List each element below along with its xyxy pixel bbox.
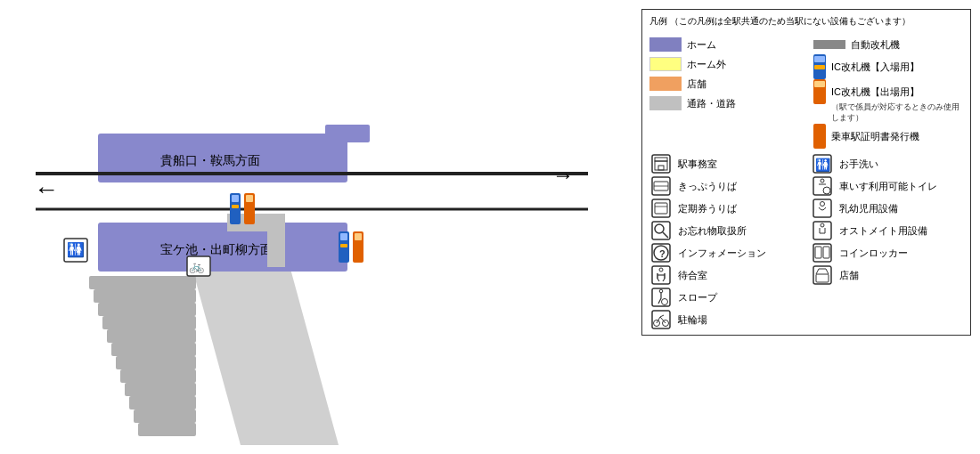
svg-rect-3 xyxy=(98,303,196,316)
legend-item-auto-gate: 自動改札機 xyxy=(813,35,963,54)
legend-facility-shop: 店舗 xyxy=(811,265,963,285)
svg-text:🚲: 🚲 xyxy=(189,259,205,274)
station-office-icon xyxy=(649,154,673,174)
legend-item-home: ホーム xyxy=(649,35,799,54)
svg-point-45 xyxy=(821,179,824,182)
home-label: ホーム xyxy=(687,38,716,52)
svg-rect-8 xyxy=(120,369,196,383)
home-outside-label: ホーム外 xyxy=(687,58,726,71)
svg-rect-27 xyxy=(340,233,347,240)
svg-rect-62 xyxy=(823,247,829,258)
ic-entry-icon xyxy=(813,54,826,79)
svg-rect-22 xyxy=(232,195,239,202)
direction-north-label: 貴船口・鞍馬方面 xyxy=(160,153,260,167)
svg-rect-11 xyxy=(134,409,196,423)
info-label: インフォメーション xyxy=(678,247,766,260)
svg-rect-30 xyxy=(355,233,362,240)
slope-icon xyxy=(649,288,673,307)
home-outside-color-swatch xyxy=(649,57,682,71)
direction-south-label: 宝ケ池・出町柳方面 xyxy=(160,242,273,256)
legend-facility-info: ? インフォメーション xyxy=(649,243,802,263)
svg-point-46 xyxy=(823,187,830,194)
ostomate-icon xyxy=(811,221,834,240)
accessible-toilet-icon xyxy=(811,176,834,196)
station-map-svg: ← → 貴船口・鞍馬方面 宝ケ池・出町柳方面 🚻 🚲 xyxy=(9,9,597,445)
legend-facility-ticket: きっぷうりば xyxy=(649,176,802,196)
ic-entry-label: IC改札機【入場用】 xyxy=(831,61,919,74)
svg-rect-48 xyxy=(655,203,667,214)
legend-item-ic-exit-wrapper: IC改札機【出場用】 （駅で係員が対応するときのみ使用します） xyxy=(813,79,963,124)
svg-rect-44 xyxy=(813,177,831,195)
commuter-label: 定期券うりば xyxy=(678,202,737,215)
svg-rect-9 xyxy=(125,383,196,396)
ic-exit-label: IC改札機【出場用】 xyxy=(831,85,919,99)
ostomate-label: オストメイト用設備 xyxy=(839,224,927,238)
legend-facility-baby: 乳幼児用設備 xyxy=(811,199,963,218)
legend-facility-locker: コインロッカー xyxy=(811,243,963,263)
legend-facility-accessible-toilet: 車いす利用可能トイレ xyxy=(811,176,963,196)
legend-item-ticket-machine: 乗車駅証明書発行機 xyxy=(813,124,963,149)
legend-panel: 凡例 （この凡例は全駅共通のため当駅にない設備もございます） ホーム ホーム外 … xyxy=(641,9,971,336)
legend-item-ic-entry: IC改札機【入場用】 xyxy=(813,54,963,79)
svg-rect-55 xyxy=(813,222,831,239)
legend-facility-lost: お忘れ物取扱所 xyxy=(649,221,802,240)
svg-point-71 xyxy=(662,299,668,305)
bicycle-label: 駐輪場 xyxy=(678,313,707,327)
road-color-swatch xyxy=(649,96,682,110)
shop-icon xyxy=(811,265,834,285)
baby-icon xyxy=(811,199,834,218)
ticket-machine-label: 乗車駅証明書発行機 xyxy=(831,130,919,143)
auto-gate-label: 自動改札機 xyxy=(851,38,900,52)
svg-text:🚻: 🚻 xyxy=(67,241,85,258)
shop-label: 店舗 xyxy=(839,269,859,282)
road-label: 通路・道路 xyxy=(687,97,736,110)
commuter-icon xyxy=(649,199,673,218)
ticket-machine-icon xyxy=(813,124,826,149)
legend-facility-station-office: 駅事務室 xyxy=(649,154,802,174)
svg-rect-6 xyxy=(111,343,196,356)
accessible-toilet-label: 車いす利用可能トイレ xyxy=(839,180,937,193)
svg-text:🚻: 🚻 xyxy=(815,158,831,173)
ticket-label: きっぷうりば xyxy=(678,180,737,193)
svg-rect-12 xyxy=(138,423,196,436)
svg-line-54 xyxy=(663,232,668,238)
shop-color-swatch xyxy=(649,77,682,91)
waiting-icon xyxy=(649,265,673,285)
legend-item-ic-exit: IC改札機【出場用】 xyxy=(813,79,963,104)
legend-facility-bicycle: 駐輪場 xyxy=(649,310,802,329)
ic-exit-sub: （駅で係員が対応するときのみ使用します） xyxy=(831,102,963,124)
auto-gate-icon xyxy=(813,40,845,49)
svg-rect-37 xyxy=(658,166,664,170)
legend-facility-waiting: 待合室 xyxy=(649,265,802,285)
svg-rect-23 xyxy=(232,205,239,208)
lost-icon xyxy=(649,221,673,240)
legend-title: 凡例 （この凡例は全駅共通のため当駅にない設備もございます） xyxy=(649,15,963,28)
svg-rect-7 xyxy=(116,356,196,369)
restroom-label: お手洗い xyxy=(839,158,878,171)
waiting-label: 待合室 xyxy=(678,269,707,282)
locker-label: コインロッカー xyxy=(839,247,908,260)
svg-point-51 xyxy=(821,202,825,207)
svg-rect-28 xyxy=(340,244,347,247)
svg-line-65 xyxy=(657,279,659,281)
legend-item-road: 通路・道路 xyxy=(649,93,799,113)
legend-facility-restroom: 🚻 お手洗い xyxy=(811,154,963,174)
svg-text:→: → xyxy=(552,163,574,187)
home-color-swatch xyxy=(649,37,682,52)
svg-line-66 xyxy=(663,279,665,281)
svg-point-56 xyxy=(821,223,824,227)
locker-icon xyxy=(811,243,834,263)
ic-exit-icon xyxy=(813,79,826,104)
svg-rect-61 xyxy=(815,247,821,258)
svg-rect-38 xyxy=(655,158,667,161)
legend-item-home-outside: ホーム外 xyxy=(649,54,799,74)
svg-rect-2 xyxy=(94,289,196,303)
legend-spacer xyxy=(811,288,963,291)
svg-rect-10 xyxy=(129,396,196,409)
legend-facility-ostomate: オストメイト用設備 xyxy=(811,221,963,240)
svg-marker-0 xyxy=(187,249,339,445)
svg-text:←: ← xyxy=(34,175,59,203)
svg-rect-1 xyxy=(89,276,196,289)
station-map-area: ← → 貴船口・鞍馬方面 宝ケ池・出町柳方面 🚻 🚲 xyxy=(0,0,615,454)
svg-point-64 xyxy=(659,268,663,272)
